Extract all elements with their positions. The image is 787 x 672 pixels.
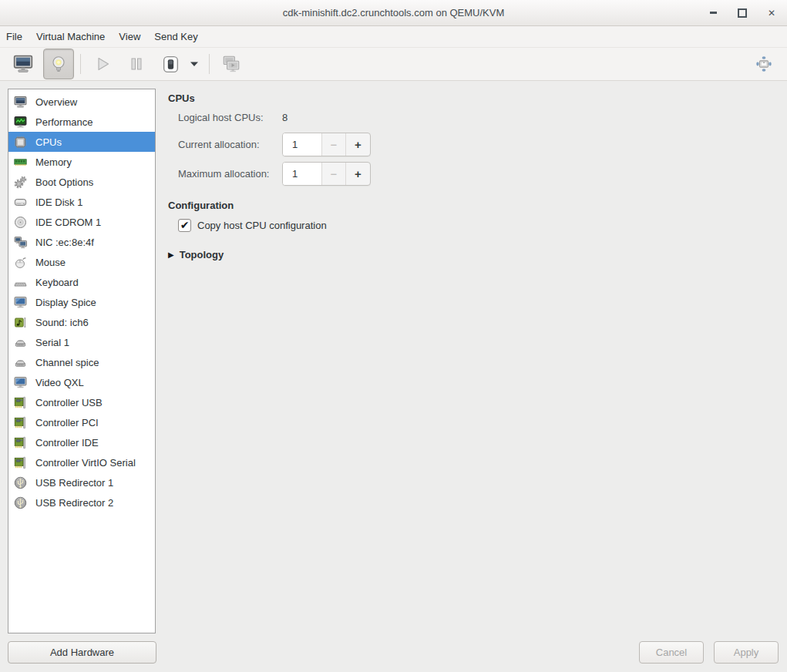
sidebar-item-display-spice[interactable]: Display Spice — [8, 292, 155, 312]
logical-host-cpus-row: Logical host CPUs: 8 — [178, 112, 600, 123]
menu-send-key[interactable]: Send Key — [147, 26, 204, 48]
pause-button[interactable] — [121, 49, 152, 79]
menu-file[interactable]: File — [6, 26, 29, 48]
memory-icon — [14, 156, 27, 169]
sidebar-item-label: Performance — [35, 116, 92, 128]
maximize-button[interactable] — [733, 4, 752, 22]
copy-host-cpu-checkbox[interactable]: ✔ — [178, 219, 191, 232]
add-hardware-button[interactable]: Add Hardware — [8, 641, 156, 664]
sidebar-item-nic[interactable]: NIC :ec:8e:4f — [8, 232, 155, 252]
close-button[interactable]: ✕ — [762, 4, 781, 22]
current-allocation-spinner: − + — [282, 133, 371, 156]
sidebar-item-usb-redirector-1[interactable]: USB Redirector 1 — [8, 472, 155, 492]
controller-icon — [14, 456, 27, 469]
serial-icon — [14, 356, 27, 369]
gears-icon — [14, 176, 27, 189]
lightbulb-icon — [49, 54, 69, 74]
sidebar-item-video-qxl[interactable]: Video QXL — [8, 372, 155, 392]
maximum-allocation-label: Maximum allocation: — [178, 168, 282, 180]
maximum-allocation-decrement-button[interactable]: − — [322, 163, 346, 185]
sidebar-item-label: Keyboard — [35, 277, 79, 288]
cancel-label: Cancel — [656, 647, 687, 658]
serial-icon — [14, 336, 27, 349]
console-windows-button[interactable] — [216, 49, 247, 79]
sidebar-item-keyboard[interactable]: Keyboard — [8, 272, 155, 292]
menubar: File Virtual Machine View Send Key — [0, 26, 787, 48]
apply-button[interactable]: Apply — [714, 641, 779, 664]
sidebar-item-label: Display Spice — [35, 297, 96, 308]
console-button[interactable] — [8, 49, 39, 79]
sidebar-item-label: Mouse — [35, 257, 66, 268]
sidebar-item-label: Overview — [35, 96, 77, 108]
controller-icon — [14, 416, 27, 429]
minimize-icon — [710, 12, 717, 14]
current-allocation-row: Current allocation: − + — [178, 133, 600, 156]
topology-expander[interactable]: ▶ Topology — [168, 249, 600, 260]
controller-icon — [14, 436, 27, 449]
sidebar-item-channel-spice[interactable]: Channel spice — [8, 352, 155, 372]
logical-host-cpus-label: Logical host CPUs: — [178, 112, 282, 123]
harddisk-icon — [14, 196, 27, 209]
sidebar-item-label: Video QXL — [35, 377, 84, 388]
network-icon — [14, 236, 27, 249]
sidebar-item-label: Boot Options — [35, 176, 93, 188]
sidebar-item-label: USB Redirector 1 — [35, 477, 113, 489]
current-allocation-input[interactable] — [283, 133, 322, 156]
minimize-button[interactable] — [704, 4, 722, 22]
sidebar-item-sound[interactable]: Sound: ich6 — [8, 312, 155, 332]
sidebar-item-overview[interactable]: Overview — [8, 92, 155, 112]
menu-virtual-machine[interactable]: Virtual Machine — [29, 26, 112, 48]
sidebar-item-ide-cdrom-1[interactable]: IDE CDROM 1 — [8, 212, 155, 232]
cpus-section-title: CPUs — [168, 92, 600, 104]
sidebar-item-controller-ide[interactable]: Controller IDE — [8, 432, 155, 452]
maximize-icon — [738, 8, 747, 18]
resize-monitor-indicator — [748, 49, 779, 79]
sidebar-item-memory[interactable]: Memory — [8, 152, 155, 172]
sidebar-item-controller-usb[interactable]: Controller USB — [8, 392, 155, 412]
topology-label: Topology — [180, 249, 224, 260]
copy-host-cpu-row: ✔ Copy host CPU configuration — [178, 219, 600, 232]
sidebar-item-label: Memory — [35, 156, 72, 168]
sidebar-item-label: Channel spice — [35, 357, 99, 368]
shutdown-button[interactable] — [155, 49, 186, 79]
sidebar-item-cpus[interactable]: CPUs — [8, 132, 155, 152]
dual-monitor-play-icon — [221, 54, 241, 74]
maximum-allocation-input[interactable] — [283, 163, 322, 185]
performance-icon — [14, 116, 27, 129]
expander-arrow-icon: ▶ — [168, 250, 174, 259]
cpus-panel: CPUs Logical host CPUs: 8 Current alloca… — [168, 92, 600, 260]
toolbar-separator — [80, 54, 81, 74]
sidebar-item-boot-options[interactable]: Boot Options — [8, 172, 155, 192]
current-allocation-decrement-button[interactable]: − — [322, 133, 346, 156]
shutdown-menu-button[interactable] — [186, 49, 203, 79]
sidebar-item-controller-virtio-serial[interactable]: Controller VirtIO Serial — [8, 452, 155, 472]
power-switch-icon — [161, 55, 180, 74]
cancel-button[interactable]: Cancel — [639, 641, 704, 664]
sidebar-item-label: Controller PCI — [35, 417, 99, 428]
display-icon — [14, 296, 27, 309]
monitor-icon — [13, 54, 33, 74]
pause-icon — [127, 55, 146, 73]
apply-label: Apply — [734, 647, 759, 658]
sidebar-item-controller-pci[interactable]: Controller PCI — [8, 412, 155, 432]
menu-view[interactable]: View — [112, 26, 147, 48]
sidebar-item-performance[interactable]: Performance — [8, 112, 155, 132]
checkmark-icon: ✔ — [180, 220, 190, 230]
sidebar-item-mouse[interactable]: Mouse — [8, 252, 155, 272]
close-icon: ✕ — [768, 8, 775, 18]
cpu-icon — [14, 136, 27, 149]
configuration-section: Configuration ✔ Copy host CPU configurat… — [168, 200, 600, 260]
maximum-allocation-increment-button[interactable]: + — [346, 163, 370, 185]
cdrom-icon — [14, 216, 27, 229]
configuration-section-title: Configuration — [168, 200, 600, 211]
details-button[interactable] — [43, 49, 74, 79]
sidebar-item-serial-1[interactable]: Serial 1 — [8, 332, 155, 352]
usb-icon — [14, 476, 27, 489]
logical-host-cpus-value: 8 — [282, 112, 288, 123]
run-button[interactable] — [87, 49, 118, 79]
sidebar-item-ide-disk-1[interactable]: IDE Disk 1 — [8, 192, 155, 212]
sidebar-item-label: Serial 1 — [35, 337, 69, 348]
window-controls: ✕ — [704, 0, 781, 25]
current-allocation-increment-button[interactable]: + — [346, 133, 370, 156]
sidebar-item-usb-redirector-2[interactable]: USB Redirector 2 — [8, 492, 155, 512]
